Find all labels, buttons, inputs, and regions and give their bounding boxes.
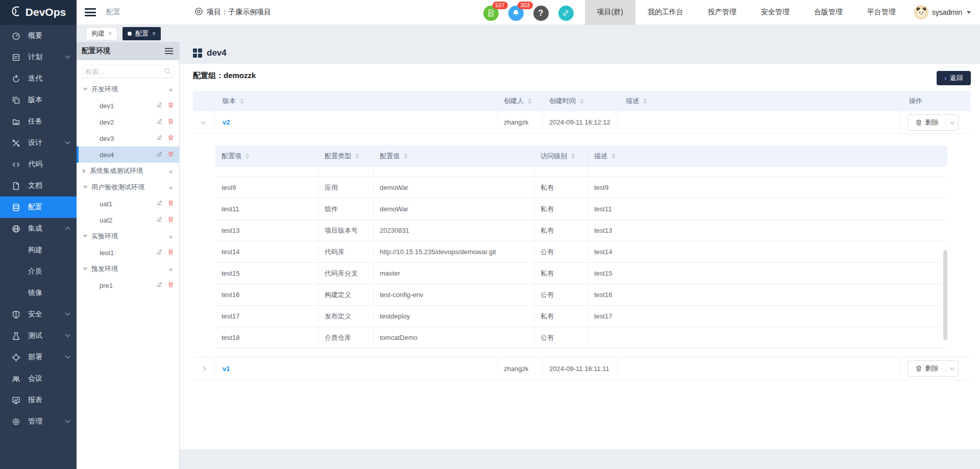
nav-item-version-merge[interactable]: 合版管理 [802,0,855,25]
col-access-level[interactable]: 访问级别 [534,145,588,167]
add-icon[interactable]: + [168,184,173,191]
tree-group-exp-env[interactable]: 实验环境+ [77,228,179,244]
sort-icon[interactable] [580,98,584,104]
nav-item-projects[interactable]: 项目(群) [585,0,635,25]
delete-icon[interactable] [167,200,174,208]
sidebar-item-integration[interactable]: 集成 [0,218,77,239]
bell-icon[interactable]: 303 [508,6,524,21]
add-icon[interactable]: + [168,86,173,93]
tree-group-pre-env[interactable]: 预发环境+ [77,261,179,277]
tree-item-dev3[interactable]: dev3 [77,130,179,146]
back-button[interactable]: ‹ 返回 [937,71,971,85]
delete-icon[interactable] [167,216,174,224]
caret-expanded-icon[interactable] [83,186,88,189]
sidebar-item-security[interactable]: 安全 [0,304,77,325]
col-config-item[interactable]: 配置项 [215,145,318,167]
edit-icon[interactable] [156,134,163,142]
delete-icon[interactable] [167,134,174,142]
version-link[interactable]: v2 [223,118,230,126]
sidebar-item-version[interactable]: 版本 [0,89,77,111]
tree-item-dev4[interactable]: dev4 [77,146,179,163]
edit-icon[interactable] [156,151,163,159]
sidebar-item-build[interactable]: 构建 [0,239,77,261]
tree-group-dev-env[interactable]: 开发环境+ [77,81,179,97]
tree-item-uat2[interactable]: uat2 [77,212,179,228]
sidebar-item-meeting[interactable]: 会议 [0,368,77,389]
sort-icon[interactable] [528,98,532,104]
menu-toggle-icon[interactable] [85,8,96,16]
delete-icon[interactable] [167,249,174,257]
tree-item-dev1[interactable]: dev1 [77,97,179,114]
sidebar-item-code[interactable]: 代码 [0,154,77,175]
sort-icon[interactable] [240,98,244,104]
tab-build[interactable]: 构建 × [86,27,117,40]
version-link[interactable]: v1 [223,365,230,373]
nav-item-production[interactable]: 投产管理 [696,0,749,25]
caret-expanded-icon[interactable] [83,235,88,238]
tree-item-dev2[interactable]: dev2 [77,114,179,130]
delete-button[interactable]: 删除 [908,114,959,131]
col-creator[interactable]: 创建人 [498,91,542,111]
add-icon[interactable]: + [168,265,173,273]
edit-icon[interactable] [156,200,163,208]
tab-config[interactable]: 配置 × [122,27,161,40]
chevron-down-icon[interactable] [946,121,958,124]
close-icon[interactable]: × [152,31,156,37]
doc-badge-icon[interactable]: 527 [483,6,499,21]
collapse-row-icon[interactable] [201,119,206,124]
sort-icon[interactable] [611,154,616,159]
link-icon[interactable] [558,6,574,21]
tree-item-pre1[interactable]: pre1 [77,277,179,293]
panel-menu-icon[interactable] [165,48,173,54]
sidebar-item-task[interactable]: 任务 [0,111,77,132]
delete-button[interactable]: 删除 [908,360,959,377]
edit-icon[interactable] [156,118,163,126]
sort-icon[interactable] [643,98,647,104]
col-version[interactable]: 版本 [214,91,498,111]
sidebar-item-plan[interactable]: 计划 [0,46,77,68]
sidebar-item-iteration[interactable]: 迭代 [0,68,77,89]
delete-icon[interactable] [167,151,174,159]
sidebar-item-test[interactable]: 测试 [0,325,77,347]
edit-icon[interactable] [156,102,163,110]
sidebar-item-overview[interactable]: 概要 [0,25,77,46]
sort-icon[interactable] [246,154,250,159]
sidebar-item-image[interactable]: 镜像 [0,282,77,304]
col-config-type[interactable]: 配置类型 [318,145,374,167]
col-desc[interactable]: 描述 [618,91,901,111]
sidebar-item-document[interactable]: 文档 [0,175,77,196]
search-input[interactable] [82,65,174,78]
col-created[interactable]: 创建时间 [542,91,618,111]
nav-item-security-mgmt[interactable]: 安全管理 [749,0,802,25]
nav-item-workbench[interactable]: 我的工作台 [635,0,696,25]
tree-item-uat1[interactable]: uat1 [77,195,179,212]
scrollbar-thumb[interactable] [943,250,947,340]
caret-expanded-icon[interactable] [83,267,88,270]
sidebar-item-design[interactable]: 设计 [0,132,77,154]
delete-icon[interactable] [167,118,174,126]
caret-collapsed-icon[interactable] [83,168,86,174]
user-menu[interactable]: sysadmin [908,5,980,19]
sort-icon[interactable] [355,154,359,159]
delete-icon[interactable] [167,102,174,110]
tree-group-uat-env[interactable]: 用户验收测试环境+ [77,179,179,195]
sidebar-item-artifact[interactable]: 介质 [0,261,77,282]
edit-icon[interactable] [156,281,163,289]
add-icon[interactable]: + [168,167,173,175]
delete-icon[interactable] [167,281,174,289]
edit-icon[interactable] [156,249,163,257]
sidebar-item-config[interactable]: 配置 [0,196,77,218]
expand-row-icon[interactable] [201,366,206,371]
help-icon[interactable]: ? [533,6,549,21]
tree-item-test1[interactable]: test1 [77,244,179,261]
edit-icon[interactable] [156,216,163,224]
sidebar-item-manage[interactable]: 管理 [0,411,77,432]
col-config-value[interactable]: 配置值 [374,145,534,167]
sort-icon[interactable] [404,154,408,159]
chevron-down-icon[interactable] [946,367,958,369]
sort-icon[interactable] [571,154,575,159]
add-icon[interactable]: + [168,233,173,240]
tree-group-sit-env[interactable]: 系统集成测试环境+ [77,163,179,179]
nav-item-platform[interactable]: 平台管理 [855,0,908,25]
col-config-desc[interactable]: 描述 [588,145,947,167]
